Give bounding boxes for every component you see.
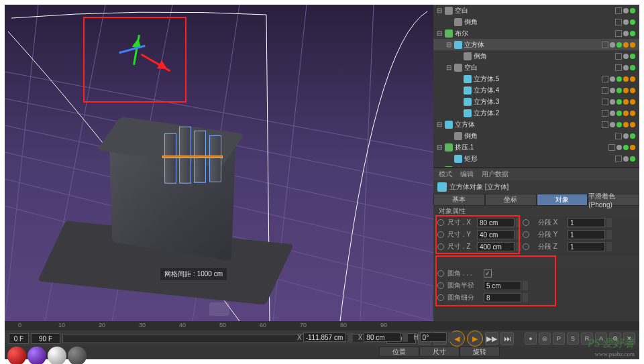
input-seg-z[interactable] [568, 242, 605, 251]
tree-row[interactable]: ⊟挤压.1 [433, 141, 639, 153]
label-size-z: 尺寸 . Z [447, 242, 476, 251]
section-separator [433, 257, 639, 267]
spinner[interactable] [516, 218, 521, 227]
svg-line-11 [360, 5, 374, 321]
watermark-url: www.psahz.com [588, 351, 635, 357]
material-grey[interactable] [68, 347, 87, 364]
timeline-ruler[interactable]: 0102030405060708090 [5, 321, 639, 330]
tree-row[interactable]: ⊞挤压 [433, 164, 639, 167]
spinner[interactable] [448, 332, 453, 342]
coord-tab-rot[interactable]: 旋转 [460, 347, 500, 357]
radio-icon [523, 231, 529, 238]
watermark: PS 爱好者 www.psahz.com [588, 337, 635, 357]
svg-line-6 [5, 5, 38, 321]
input-size-z[interactable] [477, 242, 515, 251]
radio-icon [437, 282, 444, 289]
row-size-y: 尺寸 . Y 分段 Y [433, 229, 639, 241]
watermark-text: PS 爱好者 [588, 337, 635, 349]
label-size-x: 尺寸 . X [447, 218, 476, 227]
input-fillet-radius[interactable] [484, 281, 521, 290]
radio-icon [437, 270, 444, 277]
material-white[interactable] [48, 347, 66, 364]
row-size-x: 尺寸 . X 分段 X [433, 217, 639, 229]
tab-coord[interactable]: 坐标 [485, 194, 537, 206]
label-fillet: 圆角 . . . [447, 269, 482, 278]
tree-row[interactable]: ⊟立方体 [433, 119, 639, 130]
row-fillet-radius: 圆角半径 [433, 280, 639, 292]
checkbox-fillet[interactable]: ✓ [484, 269, 492, 278]
material-red[interactable] [7, 347, 26, 364]
coord-h-label: H [413, 334, 418, 341]
frame-start[interactable] [9, 333, 29, 344]
coord-tab-size[interactable]: 尺寸 [419, 347, 460, 357]
3d-viewport[interactable]: 网格间距 : 1000 cm [5, 5, 433, 321]
row-fillet: 圆角 . . . ✓ [433, 267, 639, 280]
spinner[interactable] [516, 230, 521, 239]
tree-row[interactable]: ⊟布尔 [433, 27, 639, 39]
spinner[interactable] [516, 242, 521, 251]
coord-h-input[interactable] [420, 332, 447, 342]
chimney-4 [209, 135, 221, 182]
tree-row[interactable]: 立方体.4 [433, 84, 639, 96]
input-size-y[interactable] [477, 230, 515, 239]
spinner[interactable] [347, 332, 353, 342]
tree-row[interactable]: 倒角 [433, 50, 639, 62]
input-size-x[interactable] [477, 218, 515, 227]
spinner[interactable] [523, 281, 528, 290]
label-seg-x: 分段 X [538, 218, 566, 227]
edit-menu[interactable]: 编辑 [460, 170, 474, 179]
step-forward-button[interactable]: ▶▶ [485, 332, 498, 345]
coord-sx-input[interactable] [364, 332, 401, 342]
spinner[interactable] [606, 230, 612, 239]
tree-row[interactable]: 矩形 [433, 153, 639, 164]
attributes-header: 模式 编辑 用户数据 [433, 168, 639, 180]
key-s-button[interactable]: S [567, 332, 579, 345]
coord-tab-pos[interactable]: 位置 [379, 347, 419, 357]
tab-basic[interactable]: 基本 [433, 194, 485, 206]
radio-icon [437, 294, 444, 301]
radio-icon [437, 231, 444, 238]
autokey-button[interactable]: ◎ [539, 332, 551, 345]
material-shelf [7, 347, 87, 359]
tab-phong[interactable]: 平滑着色(Phong) [588, 194, 639, 206]
coord-sx-label: X [358, 334, 363, 341]
record-button[interactable]: ● [525, 332, 537, 345]
right-panel: ⊟空白倒角⊟布尔⊟立方体倒角⊟空白立方体.5立方体.4立方体.3立方体.2⊟立方… [433, 5, 639, 321]
label-size-y: 尺寸 . Y [447, 230, 476, 239]
spinner[interactable] [606, 242, 612, 251]
object-tree[interactable]: ⊟空白倒角⊟布尔⊟立方体倒角⊟空白立方体.5立方体.4立方体.3立方体.2⊟立方… [433, 5, 639, 167]
tree-row[interactable]: 立方体.3 [433, 96, 639, 107]
frame-current[interactable] [31, 333, 60, 344]
tree-row[interactable]: 立方体.5 [433, 73, 639, 84]
spinner[interactable] [402, 332, 408, 342]
tree-row[interactable]: ⊟立方体 [433, 39, 639, 50]
row-fillet-sub: 圆角细分 [433, 292, 639, 304]
tree-row[interactable]: ⊟空白 [433, 62, 639, 73]
chimney-1 [164, 133, 176, 184]
spinner[interactable] [606, 218, 612, 227]
coord-x-input[interactable] [303, 332, 346, 342]
tree-row[interactable]: 倒角 [433, 16, 639, 27]
key-p-button[interactable]: P [553, 332, 565, 345]
material-purple[interactable] [28, 347, 46, 364]
tree-row[interactable]: 倒角 [433, 130, 639, 141]
input-fillet-sub[interactable] [484, 293, 521, 302]
label-seg-z: 分段 Z [538, 242, 566, 251]
label-fillet-sub: 圆角细分 [447, 293, 482, 302]
tab-object[interactable]: 对象 [537, 194, 588, 206]
tree-row[interactable]: 立方体.2 [433, 107, 639, 119]
row-size-z: 尺寸 . Z 分段 Z [433, 241, 639, 253]
userdata-menu[interactable]: 用户数据 [482, 170, 508, 179]
grid-spacing-status: 网格间距 : 1000 cm [160, 268, 227, 280]
play-forward-button[interactable]: ▶ [467, 330, 483, 347]
spinner[interactable] [523, 293, 528, 302]
attribute-tabs: 基本 坐标 对象 平滑着色(Phong) [433, 194, 639, 206]
viewport-logo [209, 302, 229, 316]
input-seg-y[interactable] [568, 230, 605, 239]
tree-row[interactable]: ⊟空白 [433, 5, 639, 16]
goto-end-button[interactable]: ⏭ [500, 332, 514, 345]
radio-icon [437, 243, 444, 250]
model [72, 119, 246, 273]
input-seg-x[interactable] [568, 218, 605, 227]
mode-menu[interactable]: 模式 [439, 170, 452, 179]
